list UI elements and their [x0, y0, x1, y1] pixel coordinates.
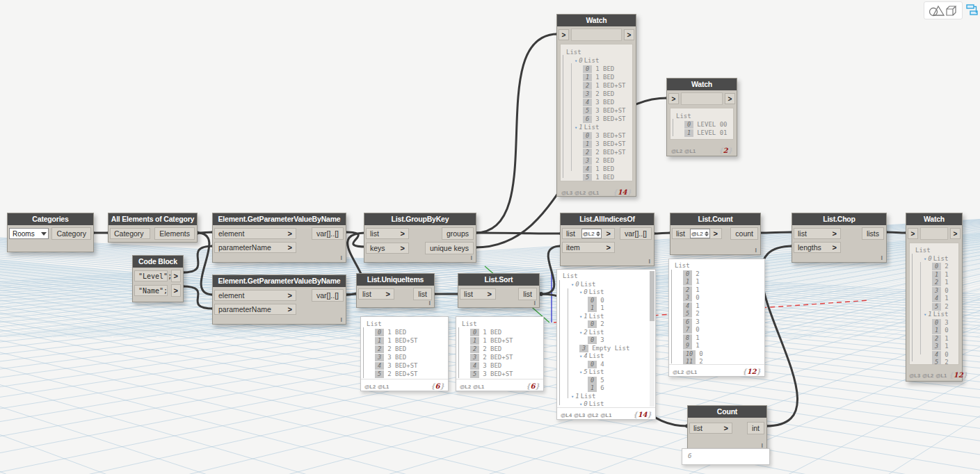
node-title[interactable]: Categories [8, 213, 93, 225]
node-title[interactable]: Watch [667, 79, 737, 90]
watch-input-port[interactable]: > [559, 29, 569, 40]
wire[interactable] [758, 232, 793, 233]
spinner-arrows-icon[interactable] [596, 231, 600, 236]
dynamo-canvas[interactable]: { "ui": { "port_arrow": ">", "lacing": "… [0, 0, 980, 474]
input-port-list[interactable]: list> [689, 423, 732, 434]
wire[interactable] [885, 232, 907, 233]
node-title[interactable]: Element.GetParameterValueByName [213, 213, 346, 225]
input-port-list[interactable]: list @L2 > [672, 228, 722, 239]
level-button[interactable]: @L2 [671, 148, 682, 154]
watch-input-port[interactable]: > [668, 93, 679, 104]
node-title[interactable]: Watch [557, 15, 636, 26]
node-watch-groups[interactable]: Watch > > List▾0List01 BED11 BED21 BED+S… [556, 14, 636, 197]
geometry-preview-button[interactable] [924, 1, 963, 19]
node-title[interactable]: Watch [906, 213, 962, 225]
node-title[interactable]: Element.GetParameterValueByName [213, 275, 346, 287]
level-button[interactable]: @L2 [575, 190, 586, 196]
output-port-count[interactable]: count [730, 227, 758, 240]
node-title[interactable]: List.Chop [792, 213, 886, 225]
node-list-unique-items[interactable]: List.UniqueItems list> list I [356, 273, 435, 308]
node-title[interactable]: Count [688, 406, 766, 418]
wire[interactable] [475, 34, 558, 233]
output-port-level[interactable]: > [171, 270, 181, 282]
lacing-indicator[interactable]: I [428, 300, 431, 307]
node-title[interactable]: List.GroupByKey [364, 213, 476, 225]
expander-icon[interactable]: ▾ [571, 282, 574, 288]
node-list-group-by-key[interactable]: List.GroupByKey list> groups keys> uniqu… [364, 213, 476, 263]
level-button[interactable]: @L1 [600, 412, 611, 418]
node-count[interactable]: Count list> int I [687, 405, 767, 450]
level-button[interactable]: @L1 [684, 148, 696, 154]
expander-icon[interactable]: ▾ [924, 256, 926, 262]
output-port-category[interactable]: Category [51, 227, 91, 240]
output-port-lists[interactable]: lists [862, 227, 884, 240]
node-list-count[interactable]: List.Count list @L2 > count I [670, 213, 761, 255]
node-watch-chop[interactable]: Watch > > List▾0List021121304152▾1List03… [906, 213, 963, 382]
expander-icon[interactable]: ▾ [579, 290, 582, 295]
level-buttons[interactable]: @L4@L3@L2@L1 [561, 407, 613, 420]
scrollbar-thumb[interactable] [650, 271, 654, 321]
level-button[interactable]: @L2 [364, 384, 376, 390]
level-button[interactable]: @L1 [473, 384, 484, 390]
node-list-all-indices-of[interactable]: List.AllIndicesOf list @L2 > var[]..[] i… [560, 213, 654, 266]
output-port-elements[interactable]: Elements [154, 227, 195, 240]
output-port-int[interactable]: int [747, 422, 764, 434]
level-button[interactable]: @L1 [588, 190, 599, 196]
level-button[interactable]: @L3 [909, 373, 920, 379]
expander-icon[interactable]: ▾ [579, 354, 582, 359]
node-title[interactable]: All Elements of Category [109, 213, 197, 225]
level-button[interactable]: @L1 [686, 369, 697, 375]
wire[interactable] [475, 233, 561, 234]
level-buttons[interactable]: @L3@L2@L1 [909, 368, 949, 380]
input-port-element[interactable]: element> [214, 290, 296, 301]
lacing-indicator[interactable]: I [881, 254, 883, 261]
level-buttons[interactable]: @L2@L1 [364, 379, 391, 391]
lacing-indicator[interactable]: I [648, 258, 650, 265]
node-list-chop[interactable]: List.Chop list> lists lengths> I [792, 213, 887, 263]
output-port-var[interactable]: var[]..[] [312, 289, 344, 302]
input-port-list[interactable]: list> [366, 228, 409, 239]
wire[interactable] [182, 286, 214, 309]
input-port-item[interactable]: item> [562, 242, 615, 253]
level-spinner[interactable]: @L2 [581, 229, 602, 238]
output-port-var[interactable]: var[]..[] [312, 227, 344, 240]
lacing-indicator[interactable]: I [340, 254, 342, 261]
input-port-lengths[interactable]: lengths> [794, 242, 841, 253]
output-port-var[interactable]: var[]..[] [620, 227, 652, 240]
scrollbar[interactable] [650, 271, 654, 407]
node-categories[interactable]: Categories Rooms Category [7, 213, 94, 252]
level-button[interactable]: @L2 [460, 384, 471, 390]
input-port-parameter-name[interactable]: parameterName> [214, 304, 296, 315]
wire[interactable] [197, 233, 214, 295]
output-port-list[interactable]: list [413, 288, 432, 300]
level-button[interactable]: @L2 [922, 373, 933, 379]
input-port-list[interactable]: list> [358, 288, 394, 300]
node-title[interactable]: List.UniqueItems [357, 274, 434, 286]
expander-icon[interactable]: ▾ [579, 314, 582, 320]
level-button[interactable]: @L4 [561, 412, 572, 418]
level-buttons[interactable]: @L2@L1 [673, 364, 699, 377]
node-title[interactable]: List.Sort [458, 274, 539, 286]
output-port-name[interactable]: > [171, 284, 181, 297]
output-port-list[interactable]: list [518, 288, 537, 300]
level-buttons[interactable]: @L2@L1 [460, 379, 486, 391]
expander-icon[interactable]: ▾ [571, 394, 574, 400]
lacing-indicator[interactable]: I [755, 247, 757, 254]
node-title[interactable]: List.AllIndicesOf [561, 213, 654, 225]
code-line-2[interactable]: "Name"; [134, 285, 168, 296]
input-port-category[interactable]: Category [110, 228, 150, 239]
category-dropdown[interactable]: Rooms [9, 228, 49, 239]
expander-icon[interactable]: ▾ [575, 58, 577, 64]
expander-icon[interactable]: ▾ [579, 402, 582, 407]
level-spinner[interactable]: @L2 [690, 229, 710, 238]
level-button[interactable]: @L1 [378, 384, 389, 390]
input-port-list[interactable]: list> [794, 228, 841, 239]
wire[interactable] [653, 233, 671, 234]
lacing-indicator[interactable]: I [340, 316, 342, 323]
expander-icon[interactable]: ▾ [579, 330, 582, 336]
input-port-keys[interactable]: keys> [366, 243, 409, 254]
watch-output-port[interactable]: > [725, 93, 735, 104]
node-watch-keys[interactable]: Watch > > List0LEVEL 001LEVEL 01 @L2@L1 … [666, 78, 737, 156]
wire[interactable] [761, 246, 797, 426]
graph-layout-button[interactable] [965, 1, 980, 18]
